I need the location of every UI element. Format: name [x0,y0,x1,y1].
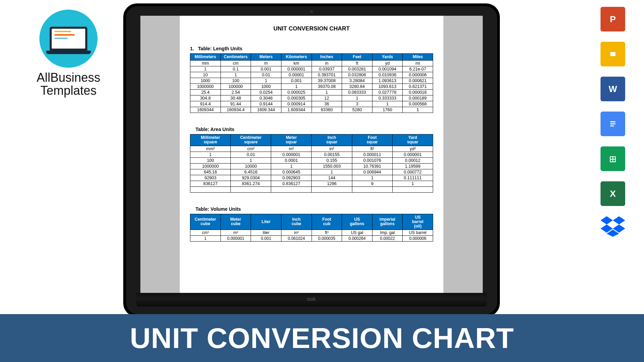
table-cell: 39.37008 [312,78,342,84]
table-cell: 836127 [190,181,231,186]
table-cell: 0.000264 [342,236,372,242]
table-cell: 1 [372,101,403,107]
table-cell [352,186,392,192]
brand-name-line2: Templates [27,84,110,97]
table-row: 10000001000001000139370.083280.841093.61… [190,84,433,90]
table-header: Footcub [312,214,342,230]
brand-logo-laptop [50,27,87,51]
table-unit-cell: m³ [220,230,251,236]
table-unit-cell: cm³ [190,230,221,236]
table-row: 10.0000010.0010.0610240.0000350.0002640.… [190,236,433,242]
table-cell: 0.000001 [220,236,251,242]
brand-name: AllBusiness Templates [27,71,110,97]
table-cell: 1 [190,66,221,72]
table-row: 10.010.0000010.001550.0000110.000001 [190,152,433,157]
table-cell: 5280 [342,107,372,113]
table-cell: 1 [190,236,221,242]
excel-icon[interactable]: X [601,181,625,206]
table-cell: 1 [251,78,281,84]
table-cell: 144 [312,175,352,181]
table-cell: 30.48 [220,95,251,101]
table-cell: 0.0254 [251,90,281,95]
table-cell: 0.111111 [392,175,433,181]
table-row: 1609344160934.41609.3441.609344633605280… [190,107,433,113]
table-cell: 1609344 [190,107,221,113]
table-header: Centimetercube [190,214,221,230]
table-cell: 0.001 [281,78,312,84]
table-cell: 0.621371 [403,84,433,90]
table-cell: 10000 [231,163,271,169]
app-icons-column: P W X [601,7,625,238]
word-icon[interactable]: W [601,77,625,101]
table-cell: 1000 [190,78,221,84]
table-header: Meters [251,54,281,61]
table-header: Centimeters [220,54,251,61]
table-cell: 1 [271,163,312,169]
section-volume-label: Table: Volume Units [190,206,433,212]
table-header: USbarrel(oil) [403,214,433,230]
table-row: 10.10.0010.0000010.039370.0032810.001094… [190,66,433,72]
document-title: UNIT CONVERSION CHART [190,25,433,32]
table-unit-cell: in [312,61,342,66]
table-cell: 0.000645 [271,169,312,175]
table-cell: 0.836127 [271,181,312,186]
brand-block: AllBusiness Templates [27,10,110,97]
table-cell: 304.8 [190,95,221,101]
table-cell: 929.0304 [231,175,271,181]
table-cell: 3 [342,101,372,107]
svg-marker-10 [601,216,613,224]
table-cell: 0.000568 [403,101,433,107]
table-header: Yardsquar [392,134,433,146]
table-cell: 1 [220,72,251,78]
table-cell: 6.21e-07 [403,66,433,72]
table-cell: 92903 [190,175,231,181]
table-cell: 1.19599 [392,163,433,169]
table-cell: 1 [312,90,342,95]
brand-name-line1: AllBusiness [27,71,110,84]
table-row: 25.42.540.02540.00002510.0833330.0277780… [190,90,433,95]
table-cell: 0.155 [312,157,352,163]
table-header: Inches [312,54,342,61]
table-row: 1010.010.000010.3937010.0328080.0109360.… [190,72,433,78]
table-cell: 1 [190,152,231,157]
powerpoint-icon[interactable]: P [601,7,625,31]
table-cell: 25.4 [190,90,221,95]
google-slides-icon[interactable] [601,42,625,66]
brand-logo-screen [52,29,85,49]
table-cell: 0.006944 [352,169,392,175]
table-cell: 100 [220,78,251,84]
svg-rect-1 [610,52,616,56]
table-cell: 0.393701 [312,72,342,78]
table-cell: 12 [312,95,342,101]
table-row: 100010010.00139.370083.280841.0936130.00… [190,78,433,84]
table-header: USgallons [342,214,372,230]
table-row: 645.166.45160.00064510.0069440.000772 [190,169,433,175]
table-cell: 0.000001 [281,66,312,72]
table-cell: 0.001 [251,66,281,72]
bottom-banner: UNIT CONVERSION CHART [0,314,644,362]
table-cell: 36 [312,101,342,107]
table-cell: 0.01 [251,72,281,78]
table-cell: 1296 [312,181,352,186]
table-cell: 914.4 [190,101,221,107]
table-row: 10010.00010.1550.0010760.00012 [190,157,433,163]
table-cell: 0.000621 [403,78,433,84]
table-unit-cell: mm² [190,146,231,152]
google-docs-icon[interactable] [601,112,625,136]
table-cell: 0.010936 [372,72,403,78]
table-cell: 0.1 [220,66,251,72]
table-cell: 0.001076 [352,157,392,163]
google-sheets-icon[interactable] [601,146,625,171]
table-cell: 0.00022 [372,236,403,242]
banner-title: UNIT CONVERSION CHART [130,322,514,355]
section-area-label: Table: Area Units [190,127,433,132]
table-cell: 39370.08 [312,84,342,90]
table-cell: 0.000006 [403,72,433,78]
table-unit-cell: ft² [352,146,392,152]
dropbox-icon[interactable] [601,216,625,238]
table-cell: 1760 [372,107,403,113]
table-cell: 0.000305 [281,95,312,101]
table-unit-cell: liter [251,230,281,236]
table-length-units: MillimetersCentimetersMetersKilometersIn… [190,53,433,113]
table-cell: 100000 [220,84,251,90]
